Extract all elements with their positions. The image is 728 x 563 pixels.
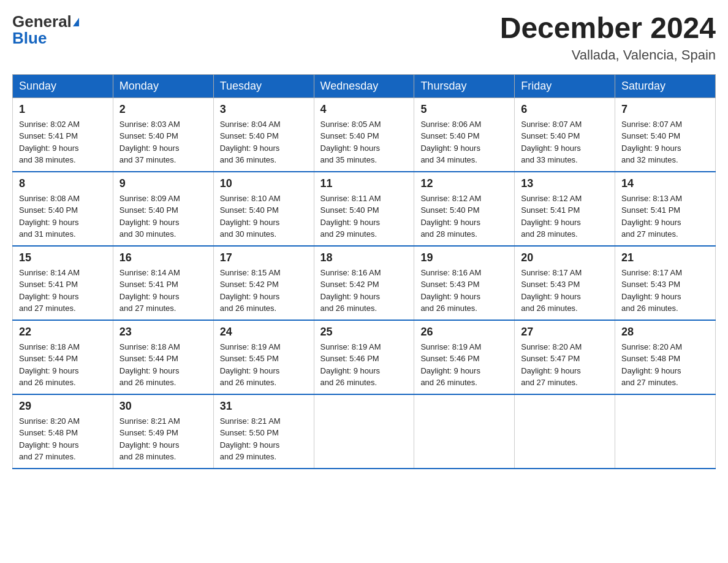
calendar-cell: 18 Sunrise: 8:16 AM Sunset: 5:42 PM Dayl…	[314, 246, 414, 320]
calendar-cell: 9 Sunrise: 8:09 AM Sunset: 5:40 PM Dayli…	[113, 172, 213, 246]
day-number: 4	[320, 103, 408, 116]
calendar-cell: 22 Sunrise: 8:18 AM Sunset: 5:44 PM Dayl…	[13, 320, 113, 394]
day-number: 13	[521, 177, 609, 190]
logo-triangle-icon	[73, 18, 79, 26]
header-monday: Monday	[113, 74, 213, 98]
day-info: Sunrise: 8:20 AM Sunset: 5:47 PM Dayligh…	[521, 341, 609, 389]
day-number: 3	[220, 103, 308, 116]
calendar-header-row: SundayMondayTuesdayWednesdayThursdayFrid…	[13, 74, 716, 98]
header-wednesday: Wednesday	[314, 74, 414, 98]
calendar-week-row: 8 Sunrise: 8:08 AM Sunset: 5:40 PM Dayli…	[13, 172, 716, 246]
day-info: Sunrise: 8:18 AM Sunset: 5:44 PM Dayligh…	[19, 341, 107, 389]
day-number: 23	[119, 326, 207, 339]
day-info: Sunrise: 8:07 AM Sunset: 5:40 PM Dayligh…	[621, 118, 709, 166]
day-number: 31	[220, 400, 308, 413]
day-info: Sunrise: 8:17 AM Sunset: 5:43 PM Dayligh…	[621, 267, 709, 315]
logo: General Blue	[12, 12, 79, 48]
day-info: Sunrise: 8:03 AM Sunset: 5:40 PM Dayligh…	[119, 118, 207, 166]
calendar-cell: 16 Sunrise: 8:14 AM Sunset: 5:41 PM Dayl…	[113, 246, 213, 320]
calendar-cell: 26 Sunrise: 8:19 AM Sunset: 5:46 PM Dayl…	[414, 320, 515, 394]
calendar-cell: 25 Sunrise: 8:19 AM Sunset: 5:46 PM Dayl…	[314, 320, 414, 394]
calendar-cell: 28 Sunrise: 8:20 AM Sunset: 5:48 PM Dayl…	[615, 320, 716, 394]
day-info: Sunrise: 8:09 AM Sunset: 5:40 PM Dayligh…	[119, 193, 207, 240]
day-info: Sunrise: 8:17 AM Sunset: 5:43 PM Dayligh…	[521, 267, 609, 315]
day-info: Sunrise: 8:05 AM Sunset: 5:40 PM Dayligh…	[320, 118, 408, 166]
day-info: Sunrise: 8:06 AM Sunset: 5:40 PM Dayligh…	[420, 118, 508, 166]
calendar-cell: 31 Sunrise: 8:21 AM Sunset: 5:50 PM Dayl…	[213, 394, 314, 469]
calendar-cell: 19 Sunrise: 8:16 AM Sunset: 5:43 PM Dayl…	[414, 246, 515, 320]
day-info: Sunrise: 8:13 AM Sunset: 5:41 PM Dayligh…	[621, 193, 709, 240]
calendar-cell: 23 Sunrise: 8:18 AM Sunset: 5:44 PM Dayl…	[113, 320, 213, 394]
day-info: Sunrise: 8:12 AM Sunset: 5:41 PM Dayligh…	[521, 193, 609, 240]
calendar-cell	[314, 394, 414, 469]
calendar-cell: 7 Sunrise: 8:07 AM Sunset: 5:40 PM Dayli…	[615, 98, 716, 172]
day-info: Sunrise: 8:14 AM Sunset: 5:41 PM Dayligh…	[19, 267, 107, 315]
title-block: December 2024 Vallada, Valencia, Spain	[500, 12, 716, 63]
day-number: 27	[521, 326, 609, 339]
day-info: Sunrise: 8:20 AM Sunset: 5:48 PM Dayligh…	[621, 341, 709, 389]
day-number: 24	[220, 326, 308, 339]
day-info: Sunrise: 8:19 AM Sunset: 5:46 PM Dayligh…	[320, 341, 408, 389]
day-info: Sunrise: 8:19 AM Sunset: 5:45 PM Dayligh…	[220, 341, 308, 389]
day-info: Sunrise: 8:20 AM Sunset: 5:48 PM Dayligh…	[19, 415, 107, 463]
day-info: Sunrise: 8:19 AM Sunset: 5:46 PM Dayligh…	[420, 341, 508, 389]
day-number: 9	[119, 177, 207, 190]
day-info: Sunrise: 8:15 AM Sunset: 5:42 PM Dayligh…	[220, 267, 308, 315]
page-header: General Blue December 2024 Vallada, Vale…	[12, 12, 716, 63]
calendar-table: SundayMondayTuesdayWednesdayThursdayFrid…	[12, 74, 716, 469]
calendar-cell: 13 Sunrise: 8:12 AM Sunset: 5:41 PM Dayl…	[515, 172, 615, 246]
header-sunday: Sunday	[13, 74, 113, 98]
header-tuesday: Tuesday	[213, 74, 314, 98]
day-number: 26	[420, 326, 508, 339]
calendar-cell: 29 Sunrise: 8:20 AM Sunset: 5:48 PM Dayl…	[13, 394, 113, 469]
calendar-cell	[615, 394, 716, 469]
calendar-cell: 6 Sunrise: 8:07 AM Sunset: 5:40 PM Dayli…	[515, 98, 615, 172]
day-info: Sunrise: 8:11 AM Sunset: 5:40 PM Dayligh…	[320, 193, 408, 240]
header-friday: Friday	[515, 74, 615, 98]
day-number: 22	[19, 326, 107, 339]
calendar-cell: 1 Sunrise: 8:02 AM Sunset: 5:41 PM Dayli…	[13, 98, 113, 172]
day-number: 6	[521, 103, 609, 116]
day-number: 21	[621, 251, 709, 264]
calendar-week-row: 29 Sunrise: 8:20 AM Sunset: 5:48 PM Dayl…	[13, 394, 716, 469]
day-info: Sunrise: 8:14 AM Sunset: 5:41 PM Dayligh…	[119, 267, 207, 315]
header-thursday: Thursday	[414, 74, 515, 98]
day-number: 10	[220, 177, 308, 190]
day-number: 19	[420, 251, 508, 264]
calendar-cell: 4 Sunrise: 8:05 AM Sunset: 5:40 PM Dayli…	[314, 98, 414, 172]
calendar-cell: 17 Sunrise: 8:15 AM Sunset: 5:42 PM Dayl…	[213, 246, 314, 320]
calendar-cell: 15 Sunrise: 8:14 AM Sunset: 5:41 PM Dayl…	[13, 246, 113, 320]
day-number: 5	[420, 103, 508, 116]
day-info: Sunrise: 8:10 AM Sunset: 5:40 PM Dayligh…	[220, 193, 308, 240]
day-info: Sunrise: 8:07 AM Sunset: 5:40 PM Dayligh…	[521, 118, 609, 166]
day-number: 18	[320, 251, 408, 264]
day-number: 20	[521, 251, 609, 264]
day-info: Sunrise: 8:21 AM Sunset: 5:49 PM Dayligh…	[119, 415, 207, 463]
day-info: Sunrise: 8:12 AM Sunset: 5:40 PM Dayligh…	[420, 193, 508, 240]
day-number: 14	[621, 177, 709, 190]
day-number: 25	[320, 326, 408, 339]
day-number: 1	[19, 103, 107, 116]
day-number: 12	[420, 177, 508, 190]
calendar-cell: 10 Sunrise: 8:10 AM Sunset: 5:40 PM Dayl…	[213, 172, 314, 246]
day-number: 15	[19, 251, 107, 264]
logo-blue: Blue	[12, 29, 79, 48]
calendar-cell: 8 Sunrise: 8:08 AM Sunset: 5:40 PM Dayli…	[13, 172, 113, 246]
day-info: Sunrise: 8:04 AM Sunset: 5:40 PM Dayligh…	[220, 118, 308, 166]
day-number: 8	[19, 177, 107, 190]
day-info: Sunrise: 8:21 AM Sunset: 5:50 PM Dayligh…	[220, 415, 308, 463]
calendar-cell: 30 Sunrise: 8:21 AM Sunset: 5:49 PM Dayl…	[113, 394, 213, 469]
calendar-cell: 3 Sunrise: 8:04 AM Sunset: 5:40 PM Dayli…	[213, 98, 314, 172]
calendar-week-row: 22 Sunrise: 8:18 AM Sunset: 5:44 PM Dayl…	[13, 320, 716, 394]
calendar-cell	[515, 394, 615, 469]
calendar-cell: 11 Sunrise: 8:11 AM Sunset: 5:40 PM Dayl…	[314, 172, 414, 246]
day-number: 7	[621, 103, 709, 116]
calendar-cell	[414, 394, 515, 469]
calendar-cell: 14 Sunrise: 8:13 AM Sunset: 5:41 PM Dayl…	[615, 172, 716, 246]
day-number: 11	[320, 177, 408, 190]
day-number: 16	[119, 251, 207, 264]
day-number: 29	[19, 400, 107, 413]
calendar-cell: 12 Sunrise: 8:12 AM Sunset: 5:40 PM Dayl…	[414, 172, 515, 246]
day-info: Sunrise: 8:16 AM Sunset: 5:42 PM Dayligh…	[320, 267, 408, 315]
calendar-week-row: 1 Sunrise: 8:02 AM Sunset: 5:41 PM Dayli…	[13, 98, 716, 172]
